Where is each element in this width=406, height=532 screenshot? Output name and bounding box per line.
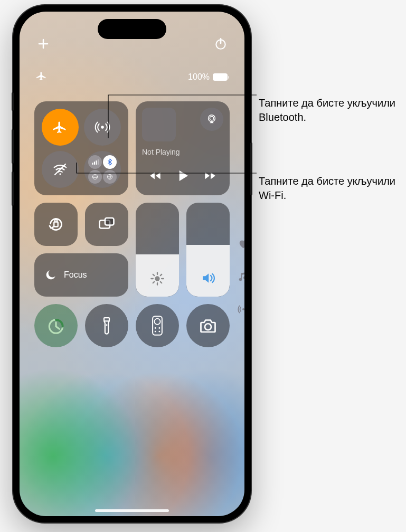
silence-switch (12, 92, 14, 111)
callout-bluetooth: Тапните да бисте укључили Bluetooth. (259, 96, 406, 125)
power-off-button[interactable] (212, 35, 230, 53)
next-track-button[interactable] (203, 169, 217, 185)
svg-rect-18 (104, 318, 109, 321)
svg-point-1 (101, 126, 104, 129)
svg-point-8 (92, 176, 97, 178)
svg-point-10 (209, 115, 215, 122)
airplane-icon (53, 120, 68, 135)
flashlight-button[interactable] (85, 304, 128, 347)
svg-point-25 (158, 331, 160, 332)
apple-tv-remote-button[interactable] (136, 304, 179, 347)
svg-point-7 (92, 174, 97, 179)
power-icon (214, 37, 228, 51)
status-bar: 100% (20, 71, 244, 83)
brightness-icon (150, 271, 165, 288)
timer-icon (46, 316, 66, 336)
battery-percentage: 100% (188, 72, 210, 82)
volume-up-hw (12, 129, 14, 164)
add-control-button[interactable] (34, 35, 52, 53)
focus-button[interactable]: Focus (34, 253, 128, 297)
svg-point-22 (155, 327, 156, 329)
control-center-grid: Not Playing (34, 101, 230, 479)
rewind-icon (148, 169, 162, 183)
bluetooth-icon (103, 155, 117, 169)
screen-mirroring-icon (97, 215, 116, 234)
airplane-mode-button[interactable] (42, 109, 79, 146)
media-module[interactable]: Not Playing (136, 101, 230, 195)
airplane-status-icon (36, 71, 47, 83)
prev-track-button[interactable] (148, 169, 162, 185)
airplay-button[interactable] (200, 108, 223, 131)
svg-rect-6 (98, 159, 99, 165)
svg-point-15 (155, 276, 159, 281)
volume-slider[interactable] (186, 203, 230, 297)
bluetooth-group-button[interactable] (84, 151, 121, 188)
forward-icon (203, 169, 217, 183)
connectivity-module[interactable] (34, 101, 128, 195)
album-art-placeholder (142, 108, 176, 141)
airdrop-icon (95, 119, 110, 135)
home-indicator[interactable] (95, 509, 169, 512)
svg-rect-4 (94, 162, 95, 165)
plus-icon (37, 37, 50, 50)
battery-icon (213, 73, 228, 81)
timer-button[interactable] (34, 304, 78, 347)
svg-point-16 (242, 308, 244, 310)
wifi-off-icon (52, 162, 68, 177)
remote-icon (151, 315, 164, 336)
screen-mirroring-button[interactable] (85, 203, 128, 246)
focus-label: Focus (64, 270, 87, 280)
dynamic-island (98, 19, 166, 39)
svg-rect-14 (105, 218, 114, 225)
vpn-icon (103, 170, 117, 184)
play-icon (175, 168, 191, 184)
side-button-hw (250, 142, 252, 195)
brightness-slider[interactable] (136, 203, 179, 297)
svg-point-23 (158, 327, 160, 329)
moon-icon (44, 268, 58, 282)
volume-down-hw (12, 172, 14, 206)
svg-rect-3 (92, 163, 93, 165)
airplay-icon (206, 113, 218, 125)
svg-rect-5 (96, 160, 97, 165)
svg-point-19 (106, 324, 108, 326)
svg-rect-12 (54, 222, 58, 227)
svg-point-24 (155, 331, 156, 332)
callout-wifi: Тапните да бисте укључили Wi-Fi. (259, 174, 406, 203)
svg-point-11 (210, 117, 213, 120)
speaker-icon (200, 270, 216, 288)
play-button[interactable] (175, 168, 191, 186)
cellular-icon (88, 155, 102, 169)
music-note-icon[interactable] (236, 269, 244, 284)
flashlight-icon (99, 316, 115, 336)
svg-point-26 (205, 324, 211, 330)
camera-icon (199, 316, 218, 335)
wifi-button[interactable] (42, 151, 79, 188)
hotspot-dots-icon[interactable] (236, 302, 244, 317)
camera-button[interactable] (186, 304, 230, 347)
satellite-icon (88, 170, 102, 184)
iphone-frame: 100% (13, 5, 251, 522)
screen: 100% (20, 12, 244, 516)
airdrop-button[interactable] (84, 109, 121, 146)
favorites-icon[interactable] (236, 236, 244, 251)
orientation-lock-button[interactable] (34, 203, 78, 246)
svg-point-21 (154, 319, 160, 325)
media-title: Not Playing (142, 148, 223, 156)
orientation-lock-icon (46, 215, 65, 234)
svg-point-2 (59, 173, 61, 175)
